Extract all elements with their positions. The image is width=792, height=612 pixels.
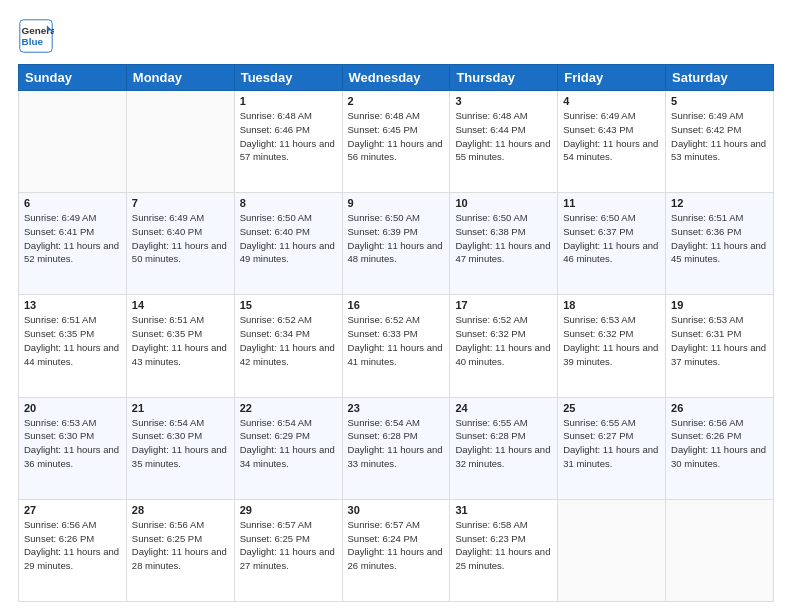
day-number: 25 xyxy=(563,402,660,414)
day-info: Sunrise: 6:53 AMSunset: 6:32 PMDaylight:… xyxy=(563,313,660,368)
calendar-cell: 13Sunrise: 6:51 AMSunset: 6:35 PMDayligh… xyxy=(19,295,127,397)
calendar-header-row: SundayMondayTuesdayWednesdayThursdayFrid… xyxy=(19,65,774,91)
day-info: Sunrise: 6:48 AMSunset: 6:44 PMDaylight:… xyxy=(455,109,552,164)
calendar-cell: 17Sunrise: 6:52 AMSunset: 6:32 PMDayligh… xyxy=(450,295,558,397)
day-info: Sunrise: 6:52 AMSunset: 6:32 PMDaylight:… xyxy=(455,313,552,368)
day-info: Sunrise: 6:51 AMSunset: 6:36 PMDaylight:… xyxy=(671,211,768,266)
calendar-header-monday: Monday xyxy=(126,65,234,91)
day-info: Sunrise: 6:53 AMSunset: 6:31 PMDaylight:… xyxy=(671,313,768,368)
calendar-cell: 10Sunrise: 6:50 AMSunset: 6:38 PMDayligh… xyxy=(450,193,558,295)
day-number: 12 xyxy=(671,197,768,209)
day-number: 26 xyxy=(671,402,768,414)
day-info: Sunrise: 6:54 AMSunset: 6:29 PMDaylight:… xyxy=(240,416,337,471)
day-info: Sunrise: 6:50 AMSunset: 6:37 PMDaylight:… xyxy=(563,211,660,266)
day-number: 6 xyxy=(24,197,121,209)
calendar-cell: 28Sunrise: 6:56 AMSunset: 6:25 PMDayligh… xyxy=(126,499,234,601)
calendar-header-tuesday: Tuesday xyxy=(234,65,342,91)
calendar-week-row: 20Sunrise: 6:53 AMSunset: 6:30 PMDayligh… xyxy=(19,397,774,499)
day-info: Sunrise: 6:55 AMSunset: 6:28 PMDaylight:… xyxy=(455,416,552,471)
day-info: Sunrise: 6:56 AMSunset: 6:26 PMDaylight:… xyxy=(24,518,121,573)
calendar-cell xyxy=(19,91,127,193)
day-number: 8 xyxy=(240,197,337,209)
day-number: 10 xyxy=(455,197,552,209)
day-number: 21 xyxy=(132,402,229,414)
day-number: 19 xyxy=(671,299,768,311)
day-info: Sunrise: 6:57 AMSunset: 6:25 PMDaylight:… xyxy=(240,518,337,573)
calendar-cell: 25Sunrise: 6:55 AMSunset: 6:27 PMDayligh… xyxy=(558,397,666,499)
calendar-week-row: 1Sunrise: 6:48 AMSunset: 6:46 PMDaylight… xyxy=(19,91,774,193)
generalblue-logo-icon: General Blue xyxy=(18,18,54,54)
day-number: 5 xyxy=(671,95,768,107)
day-info: Sunrise: 6:50 AMSunset: 6:40 PMDaylight:… xyxy=(240,211,337,266)
day-info: Sunrise: 6:52 AMSunset: 6:34 PMDaylight:… xyxy=(240,313,337,368)
calendar-header-friday: Friday xyxy=(558,65,666,91)
calendar-cell: 20Sunrise: 6:53 AMSunset: 6:30 PMDayligh… xyxy=(19,397,127,499)
svg-text:General: General xyxy=(22,25,54,36)
calendar-cell: 3Sunrise: 6:48 AMSunset: 6:44 PMDaylight… xyxy=(450,91,558,193)
day-number: 27 xyxy=(24,504,121,516)
day-number: 28 xyxy=(132,504,229,516)
calendar-cell: 7Sunrise: 6:49 AMSunset: 6:40 PMDaylight… xyxy=(126,193,234,295)
calendar-cell: 27Sunrise: 6:56 AMSunset: 6:26 PMDayligh… xyxy=(19,499,127,601)
calendar-cell: 2Sunrise: 6:48 AMSunset: 6:45 PMDaylight… xyxy=(342,91,450,193)
calendar-week-row: 6Sunrise: 6:49 AMSunset: 6:41 PMDaylight… xyxy=(19,193,774,295)
day-info: Sunrise: 6:49 AMSunset: 6:42 PMDaylight:… xyxy=(671,109,768,164)
day-number: 31 xyxy=(455,504,552,516)
calendar-cell: 12Sunrise: 6:51 AMSunset: 6:36 PMDayligh… xyxy=(666,193,774,295)
svg-text:Blue: Blue xyxy=(22,36,44,47)
day-number: 22 xyxy=(240,402,337,414)
day-info: Sunrise: 6:55 AMSunset: 6:27 PMDaylight:… xyxy=(563,416,660,471)
day-number: 30 xyxy=(348,504,445,516)
calendar-cell: 23Sunrise: 6:54 AMSunset: 6:28 PMDayligh… xyxy=(342,397,450,499)
calendar-cell: 29Sunrise: 6:57 AMSunset: 6:25 PMDayligh… xyxy=(234,499,342,601)
calendar-header-wednesday: Wednesday xyxy=(342,65,450,91)
calendar-week-row: 27Sunrise: 6:56 AMSunset: 6:26 PMDayligh… xyxy=(19,499,774,601)
calendar-cell xyxy=(666,499,774,601)
calendar-cell: 14Sunrise: 6:51 AMSunset: 6:35 PMDayligh… xyxy=(126,295,234,397)
day-info: Sunrise: 6:53 AMSunset: 6:30 PMDaylight:… xyxy=(24,416,121,471)
calendar-cell: 4Sunrise: 6:49 AMSunset: 6:43 PMDaylight… xyxy=(558,91,666,193)
calendar-cell: 26Sunrise: 6:56 AMSunset: 6:26 PMDayligh… xyxy=(666,397,774,499)
logo: General Blue xyxy=(18,18,58,54)
calendar-cell: 15Sunrise: 6:52 AMSunset: 6:34 PMDayligh… xyxy=(234,295,342,397)
day-info: Sunrise: 6:54 AMSunset: 6:30 PMDaylight:… xyxy=(132,416,229,471)
day-number: 23 xyxy=(348,402,445,414)
calendar-cell: 16Sunrise: 6:52 AMSunset: 6:33 PMDayligh… xyxy=(342,295,450,397)
calendar-table: SundayMondayTuesdayWednesdayThursdayFrid… xyxy=(18,64,774,602)
calendar-cell xyxy=(558,499,666,601)
calendar-cell: 6Sunrise: 6:49 AMSunset: 6:41 PMDaylight… xyxy=(19,193,127,295)
day-number: 20 xyxy=(24,402,121,414)
day-info: Sunrise: 6:51 AMSunset: 6:35 PMDaylight:… xyxy=(132,313,229,368)
day-info: Sunrise: 6:56 AMSunset: 6:26 PMDaylight:… xyxy=(671,416,768,471)
day-number: 9 xyxy=(348,197,445,209)
day-number: 7 xyxy=(132,197,229,209)
day-info: Sunrise: 6:58 AMSunset: 6:23 PMDaylight:… xyxy=(455,518,552,573)
calendar-cell xyxy=(126,91,234,193)
calendar-cell: 22Sunrise: 6:54 AMSunset: 6:29 PMDayligh… xyxy=(234,397,342,499)
day-info: Sunrise: 6:49 AMSunset: 6:40 PMDaylight:… xyxy=(132,211,229,266)
calendar-cell: 5Sunrise: 6:49 AMSunset: 6:42 PMDaylight… xyxy=(666,91,774,193)
day-number: 11 xyxy=(563,197,660,209)
day-info: Sunrise: 6:56 AMSunset: 6:25 PMDaylight:… xyxy=(132,518,229,573)
calendar-header-saturday: Saturday xyxy=(666,65,774,91)
day-number: 29 xyxy=(240,504,337,516)
calendar-cell: 21Sunrise: 6:54 AMSunset: 6:30 PMDayligh… xyxy=(126,397,234,499)
day-info: Sunrise: 6:50 AMSunset: 6:38 PMDaylight:… xyxy=(455,211,552,266)
day-info: Sunrise: 6:50 AMSunset: 6:39 PMDaylight:… xyxy=(348,211,445,266)
calendar-header-thursday: Thursday xyxy=(450,65,558,91)
day-info: Sunrise: 6:48 AMSunset: 6:46 PMDaylight:… xyxy=(240,109,337,164)
day-info: Sunrise: 6:52 AMSunset: 6:33 PMDaylight:… xyxy=(348,313,445,368)
calendar-cell: 31Sunrise: 6:58 AMSunset: 6:23 PMDayligh… xyxy=(450,499,558,601)
calendar-cell: 9Sunrise: 6:50 AMSunset: 6:39 PMDaylight… xyxy=(342,193,450,295)
calendar-cell: 1Sunrise: 6:48 AMSunset: 6:46 PMDaylight… xyxy=(234,91,342,193)
day-number: 16 xyxy=(348,299,445,311)
day-info: Sunrise: 6:51 AMSunset: 6:35 PMDaylight:… xyxy=(24,313,121,368)
day-number: 18 xyxy=(563,299,660,311)
day-number: 15 xyxy=(240,299,337,311)
day-info: Sunrise: 6:49 AMSunset: 6:43 PMDaylight:… xyxy=(563,109,660,164)
calendar-cell: 30Sunrise: 6:57 AMSunset: 6:24 PMDayligh… xyxy=(342,499,450,601)
calendar-cell: 8Sunrise: 6:50 AMSunset: 6:40 PMDaylight… xyxy=(234,193,342,295)
day-info: Sunrise: 6:57 AMSunset: 6:24 PMDaylight:… xyxy=(348,518,445,573)
calendar-cell: 18Sunrise: 6:53 AMSunset: 6:32 PMDayligh… xyxy=(558,295,666,397)
calendar-cell: 11Sunrise: 6:50 AMSunset: 6:37 PMDayligh… xyxy=(558,193,666,295)
